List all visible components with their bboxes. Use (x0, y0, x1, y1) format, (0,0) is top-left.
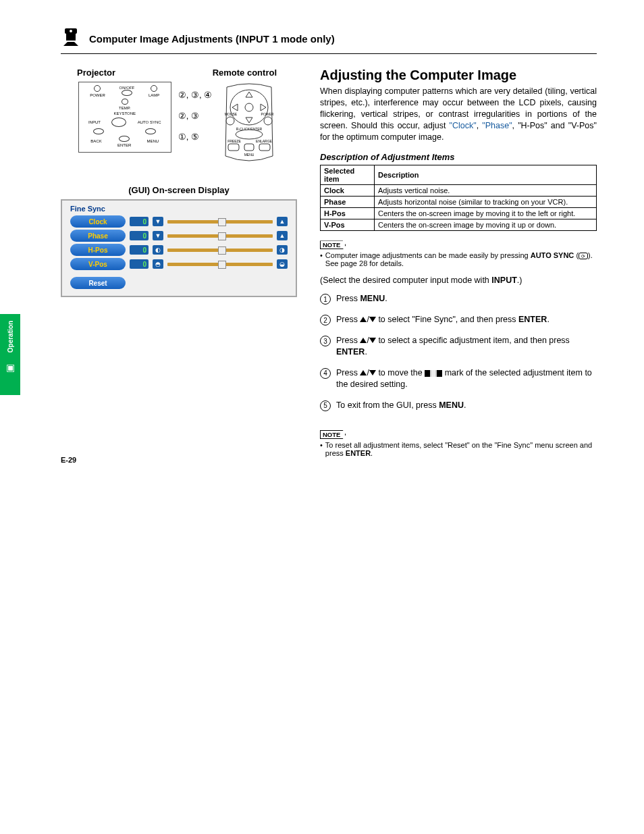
step-2: 2 Press / to select "Fine Sync", and the… (320, 314, 597, 325)
svg-point-5 (226, 117, 234, 125)
svg-text:MOUSE: MOUSE (225, 112, 238, 116)
gui-label: Clock (70, 215, 126, 228)
down-arrow-icon (369, 317, 376, 322)
proj-temp: TEMP. (119, 106, 131, 110)
callout-3: ①, ⑤ (178, 132, 212, 142)
description-table: Selected itemDescription ClockAdjusts ve… (320, 165, 597, 231)
note-tag: NOTE (320, 430, 346, 439)
gui-row-hpos: H-Pos 0 ◐ ◑ (70, 244, 288, 256)
proj-power: POWER (90, 93, 105, 97)
gui-row-clock: Clock 0 ▼ ▲ (70, 215, 288, 228)
table-row: PhaseAdjusts horizontal noise (similar t… (321, 197, 597, 208)
note-bullet: • Computer image adjustments can be made… (320, 251, 597, 267)
slider-mark-icon (425, 370, 442, 377)
step-4: 4 Press / to move the mark of the select… (320, 367, 597, 390)
divider (61, 53, 597, 54)
proj-back: BACK (90, 139, 101, 144)
table-row: ClockAdjusts vertical noise. (321, 185, 597, 197)
svg-text:POWER: POWER (261, 112, 274, 116)
proj-keystone: KEYSTONE (113, 111, 136, 116)
steps-list: 1 Press MENU. 2 Press / to select "Fine … (320, 293, 597, 411)
svg-rect-15 (259, 144, 270, 151)
note-bullet: • To reset all adjustment items, select … (320, 441, 597, 457)
callout-2: ②, ③ (178, 111, 212, 121)
section-heading: Adjusting the Computer Image (320, 68, 597, 83)
th-desc: Description (375, 165, 597, 185)
step-num: 1 (320, 294, 331, 305)
svg-point-4 (245, 103, 253, 111)
intro-text: When displaying computer patterns which … (320, 86, 597, 142)
up-arrow-icon (360, 317, 367, 322)
svg-rect-2 (66, 34, 76, 41)
sync-icon: ⟳ (579, 253, 588, 259)
projector-diagram: POWER ON/OFF LAMP TEMP. KEYSTONE (78, 82, 171, 153)
input-select-note: (Select the desired computer input mode … (320, 276, 597, 285)
subsection-heading: Description of Adjustment Items (320, 152, 597, 162)
diagram-labels: Projector Remote control (61, 68, 297, 78)
down-icon: ▼ (153, 217, 163, 226)
callout-1: ②, ③, ④ (178, 90, 212, 100)
svg-rect-13 (228, 144, 239, 151)
gui-value: 0 (130, 217, 149, 226)
svg-text:ENLARGE: ENLARGE (256, 139, 273, 143)
proj-onoff: ON/OFF (119, 86, 135, 90)
proj-menu: MENU (146, 139, 159, 144)
svg-point-1 (70, 30, 72, 32)
callout-column: ②, ③, ④ ②, ③ ①, ⑤ (178, 82, 212, 153)
gui-slider (167, 220, 273, 224)
projector-label: Projector (77, 68, 115, 78)
clock-link: "Clock" (450, 121, 477, 130)
page-header: Computer Image Adjustments (INPUT 1 mode… (61, 27, 597, 51)
step-1: 1 Press MENU. (320, 293, 597, 305)
proj-enter: ENTER (117, 143, 131, 147)
proj-lamp: LAMP (149, 93, 159, 97)
table-row: V-PosCenters the on-screen image by movi… (321, 219, 597, 231)
proj-input: INPUT (88, 120, 101, 125)
step-5: 5 To exit from the GUI, press MENU. (320, 400, 597, 411)
svg-point-10 (236, 130, 263, 139)
gui-row-vpos: V-Pos 0 ◓ ◒ (70, 258, 288, 270)
page-title: Computer Image Adjustments (INPUT 1 mode… (89, 33, 335, 45)
svg-point-6 (264, 117, 272, 125)
gui-panel-label: Fine Sync (70, 205, 288, 213)
step-3: 3 Press / to select a specific adjustmen… (320, 335, 597, 358)
projector-icon (61, 27, 81, 51)
page-number: E-29 (61, 456, 76, 464)
proj-autosync: AUTO SYNC (138, 120, 161, 125)
remote-label: Remote control (213, 68, 277, 78)
remote-diagram: MOUSE POWER R-CLICK/ENTER FREEZE ENLARGE… (219, 82, 279, 166)
up-icon: ▲ (277, 217, 288, 226)
gui-row-phase: Phase 0 ▼ ▲ (70, 230, 288, 242)
svg-rect-14 (244, 144, 254, 151)
gui-title: (GUI) On-screen Display (61, 185, 297, 195)
svg-text:FREEZE: FREEZE (227, 139, 241, 143)
th-item: Selected item (321, 165, 375, 185)
gui-panel: Fine Sync Clock 0 ▼ ▲ Phase 0 ▼ ▲ H-Pos (61, 199, 297, 297)
phase-link: "Phase" (482, 121, 512, 130)
table-row: H-PosCenters the on-screen image by movi… (321, 208, 597, 219)
svg-text:MENU: MENU (244, 153, 254, 157)
gui-reset-button: Reset (70, 277, 126, 289)
note-tag: NOTE (320, 240, 346, 249)
